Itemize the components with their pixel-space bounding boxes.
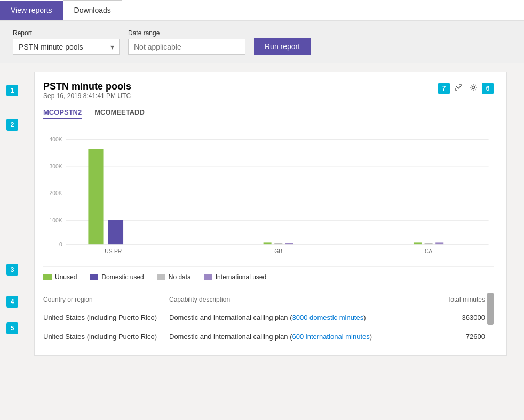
capability-text-0: Domestic and international calling plan …: [169, 313, 292, 321]
report-filter-group: Report PSTN minute pools: [13, 29, 120, 55]
step-5-badge: 5: [6, 322, 18, 334]
report-select[interactable]: PSTN minute pools: [13, 39, 120, 55]
bar-ca-intl: [435, 242, 443, 244]
date-range-input[interactable]: [128, 39, 245, 55]
svg-text:US-PR: US-PR: [105, 248, 122, 254]
date-range-filter-group: Date range: [128, 29, 245, 55]
badge-6: 6: [482, 83, 494, 94]
legend-label-intl: International used: [216, 273, 266, 281]
svg-text:100K: 100K: [50, 217, 62, 223]
top-navigation: View reports Downloads: [0, 0, 524, 21]
svg-text:0: 0: [59, 241, 62, 247]
report-header: PSTN minute pools Sep 16, 2019 8:41:41 P…: [43, 81, 494, 106]
step-4-badge: 4: [6, 296, 18, 308]
report-title: PSTN minute pools: [43, 81, 131, 92]
step-3-badge: 3: [6, 264, 18, 276]
view-reports-btn[interactable]: View reports: [0, 1, 63, 20]
legend-label-unused: Unused: [55, 273, 77, 281]
scrollbar-track[interactable]: [487, 292, 494, 346]
legend-color-intl: [204, 274, 212, 280]
cell-capability-0: Domestic and international calling plan …: [169, 313, 421, 321]
cell-minutes-0: 363000: [421, 313, 485, 321]
filter-bar: Report PSTN minute pools Date range Run …: [0, 21, 524, 63]
table-section: Country or region Capability description…: [43, 292, 494, 346]
chart-area: 400K 300K 200K 100K 0 US-PR: [43, 128, 494, 266]
col-minutes-header: Total minutes: [421, 296, 485, 303]
legend-color-unused: [43, 274, 52, 280]
svg-text:300K: 300K: [50, 164, 62, 169]
svg-text:CA: CA: [425, 248, 432, 254]
report-date: Sep 16, 2019 8:41:41 PM UTC: [43, 92, 131, 100]
legend-color-domestic: [90, 274, 98, 280]
legend-unused: Unused: [43, 273, 77, 281]
expand-icon: [454, 83, 463, 92]
tab-mcopstn2[interactable]: MCOPSTN2: [43, 108, 82, 119]
gear-icon: [469, 83, 478, 92]
tab-mcomeetadd[interactable]: MCOMEETADD: [94, 108, 145, 119]
step-1-badge: 1: [6, 85, 18, 96]
svg-text:200K: 200K: [50, 190, 62, 196]
bar-gb-intl: [285, 243, 293, 244]
legend-label-domestic: Domestic used: [101, 273, 144, 281]
svg-point-0: [472, 86, 475, 89]
scrollbar-thumb[interactable]: [487, 293, 494, 325]
tabs-row: MCOPSTN2 MCOMEETADD: [43, 108, 494, 119]
report-select-wrapper: PSTN minute pools: [13, 39, 120, 55]
badge-7: 7: [438, 83, 450, 94]
date-range-label: Date range: [128, 29, 245, 37]
col-capability-header: Capability description: [169, 296, 421, 303]
capability-text-0b: ): [363, 313, 366, 321]
report-card: PSTN minute pools Sep 16, 2019 8:41:41 P…: [34, 72, 507, 356]
legend-label-nodata: No data: [169, 273, 191, 281]
bar-us-pr-domestic: [108, 220, 123, 244]
cell-country-1: United States (including Puerto Rico): [43, 333, 169, 341]
table-header: Country or region Capability description…: [43, 292, 485, 308]
svg-text:GB: GB: [274, 248, 282, 254]
bar-chart: 400K 300K 200K 100K 0 US-PR: [43, 128, 494, 266]
header-actions: 7 6: [438, 81, 494, 96]
downloads-btn[interactable]: Downloads: [63, 0, 122, 20]
run-report-btn[interactable]: Run report: [254, 38, 311, 55]
cell-minutes-1: 72600: [421, 333, 485, 341]
svg-text:400K: 400K: [50, 136, 62, 142]
legend-intl: International used: [204, 273, 266, 281]
bar-gb-unused: [264, 242, 272, 244]
legend-color-nodata: [157, 274, 165, 280]
legend-row: Unused Domestic used No data Internation…: [43, 266, 494, 287]
bar-us-pr-unused: [88, 149, 103, 244]
report-label: Report: [13, 29, 120, 37]
bar-gb-nodata: [274, 243, 282, 244]
capability-link-1[interactable]: 600 international minutes: [292, 333, 370, 341]
settings-icon-btn[interactable]: [467, 81, 480, 96]
capability-text-1: Domestic and international calling plan …: [169, 333, 292, 341]
capability-link-0[interactable]: 3000 domestic minutes: [292, 313, 364, 321]
table-row: United States (including Puerto Rico) Do…: [43, 327, 485, 346]
capability-text-1b: ): [370, 333, 372, 341]
bar-ca-unused: [414, 242, 422, 244]
cell-country-0: United States (including Puerto Rico): [43, 313, 169, 321]
legend-nodata: No data: [157, 273, 191, 281]
step-2-badge: 2: [6, 119, 18, 131]
table-row: United States (including Puerto Rico) Do…: [43, 308, 485, 327]
bar-ca-nodata: [425, 243, 433, 244]
col-country-header: Country or region: [43, 296, 169, 303]
expand-icon-btn[interactable]: [452, 81, 465, 96]
legend-domestic: Domestic used: [90, 273, 144, 281]
cell-capability-1: Domestic and international calling plan …: [169, 333, 421, 341]
report-title-group: PSTN minute pools Sep 16, 2019 8:41:41 P…: [43, 81, 131, 106]
